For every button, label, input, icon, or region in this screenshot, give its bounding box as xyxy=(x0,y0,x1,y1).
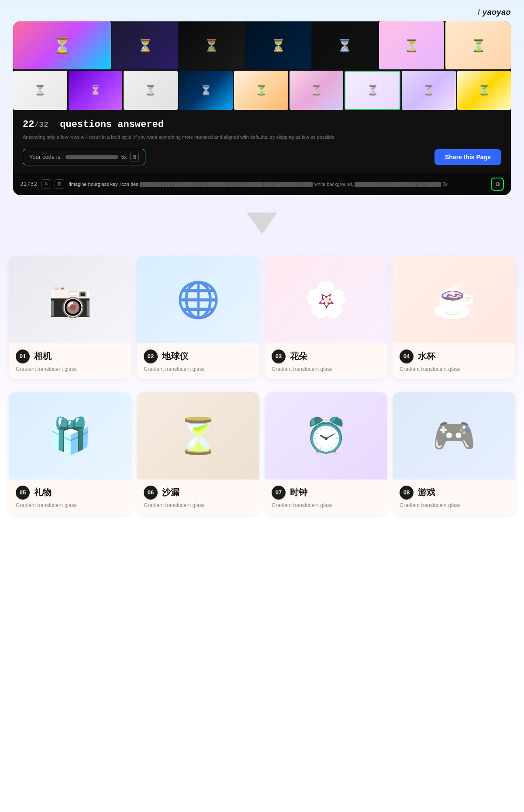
hourglass-img-4: ⏳ xyxy=(246,21,311,69)
cmd-icons: ↻ ⊞ xyxy=(41,179,64,189)
thumb-5[interactable]: ⏳ xyxy=(234,71,288,110)
progress-text: 22/32 questions answered xyxy=(23,119,501,130)
product-name-3: 花朵 xyxy=(290,350,307,362)
down-arrow-icon xyxy=(247,212,277,234)
app-panel: ⏳ ⏳ ⏳ ⏳ ⏳ ⏳ ⏳ ⏳ ⏳ ⏳ ⏳ xyxy=(13,21,511,195)
product-img-8 xyxy=(393,392,515,480)
product-img-1 xyxy=(9,256,131,343)
product-img-4 xyxy=(393,256,515,343)
command-bar: 22/32 ↻ ⊞ /imagine hourglass key ,icon d… xyxy=(13,173,511,195)
product-card-6: 06 沙漏 Gradient translucent glass xyxy=(137,392,259,515)
product-desc-8: Gradient translucent glass xyxy=(400,502,508,508)
product-info-2: 02 地球仪 Gradient translucent glass xyxy=(137,343,259,379)
code-box: Your code is: 5x ⧉ xyxy=(23,149,145,165)
code-share-row: Your code is: 5x ⧉ Share this Page xyxy=(23,149,501,165)
thumb-9[interactable]: ⏳ xyxy=(457,71,511,110)
product-grid-row1: 01 相机 Gradient translucent glass 02 地球仪 … xyxy=(0,256,524,379)
product-desc-2: Gradient translucent glass xyxy=(144,366,252,372)
product-info-7: 07 时钟 Gradient translucent glass xyxy=(265,480,387,515)
thumb-1[interactable]: ⏳ xyxy=(13,71,67,110)
product-name-5: 礼物 xyxy=(34,487,52,498)
thumb-7-selected[interactable]: ⏳ xyxy=(345,71,400,110)
product-info-1: 01 相机 Gradient translucent glass xyxy=(9,343,131,379)
image-grid-top: ⏳ ⏳ ⏳ ⏳ ⏳ ⏳ ⏳ xyxy=(13,21,511,69)
product-name-1: 相机 xyxy=(34,350,52,362)
hourglass-img-3: ⏳ xyxy=(179,21,245,69)
num-badge-3: 03 xyxy=(272,349,286,363)
product-card-3: 03 花朵 Gradient translucent glass xyxy=(265,256,387,379)
header: yaoyao xyxy=(0,0,524,21)
product-img-5 xyxy=(9,392,131,480)
share-page-button[interactable]: Share this Page xyxy=(434,149,501,165)
product-card-7: 07 时钟 Gradient translucent glass xyxy=(265,392,387,515)
product-card-5: 05 礼物 Gradient translucent glass xyxy=(9,392,131,515)
product-header-3: 03 花朵 xyxy=(272,349,380,363)
product-img-3 xyxy=(265,256,387,343)
refresh-icon[interactable]: ↻ xyxy=(41,179,51,189)
thumb-8[interactable]: ⏳ xyxy=(402,71,456,110)
gift-icon xyxy=(48,415,92,456)
product-name-8: 游戏 xyxy=(418,487,435,498)
product-header-6: 06 沙漏 xyxy=(144,486,252,500)
product-desc-4: Gradient translucent glass xyxy=(400,366,508,372)
product-header-5: 05 礼物 xyxy=(16,486,124,500)
product-card-8: 08 游戏 Gradient translucent glass xyxy=(393,392,515,515)
camera-icon xyxy=(48,279,92,320)
globe-icon xyxy=(176,279,220,320)
product-desc-5: Gradient translucent glass xyxy=(16,502,124,508)
thumb-2[interactable]: ⏳ xyxy=(69,71,123,110)
num-badge-1: 01 xyxy=(16,349,30,363)
gamepad-icon xyxy=(432,415,476,456)
product-name-4: 水杯 xyxy=(418,350,435,362)
product-card-1: 01 相机 Gradient translucent glass xyxy=(9,256,131,379)
product-header-8: 08 游戏 xyxy=(400,486,508,500)
product-grid-row2: 05 礼物 Gradient translucent glass 06 沙漏 G… xyxy=(0,392,524,515)
product-name-2: 地球仪 xyxy=(162,350,188,362)
code-label: Your code is: xyxy=(29,154,62,160)
product-img-2 xyxy=(137,256,259,343)
copy-cmd-icon[interactable]: ⧉ xyxy=(491,178,504,191)
product-img-6 xyxy=(137,392,259,480)
copy-code-icon[interactable]: ⧉ xyxy=(130,153,139,161)
num-badge-6: 06 xyxy=(144,486,158,500)
product-info-6: 06 沙漏 Gradient translucent glass xyxy=(137,480,259,515)
product-desc-7: Gradient translucent glass xyxy=(272,502,380,508)
product-card-2: 02 地球仪 Gradient translucent glass xyxy=(137,256,259,379)
product-desc-3: Gradient translucent glass xyxy=(272,366,380,372)
hourglass-img-2: ⏳ xyxy=(112,21,178,69)
product-img-7 xyxy=(265,392,387,480)
product-info-8: 08 游戏 Gradient translucent glass xyxy=(393,480,515,515)
product-desc-6: Gradient translucent glass xyxy=(144,502,252,508)
product-name-6: 沙漏 xyxy=(162,487,179,498)
grid-icon[interactable]: ⊞ xyxy=(55,179,64,189)
thumb-4[interactable]: ⏳ xyxy=(179,71,233,110)
product-info-4: 04 水杯 Gradient translucent glass xyxy=(393,343,515,379)
flower-icon xyxy=(304,279,348,320)
hourglass-img-6: ⏳ xyxy=(379,21,445,69)
num-badge-8: 08 xyxy=(400,486,414,500)
panel-subtitle: Answering only a few rows will result in… xyxy=(23,134,501,141)
panel-info: 22/32 questions answered Answering only … xyxy=(13,111,511,173)
hourglass-icon xyxy=(176,415,220,456)
product-header-2: 02 地球仪 xyxy=(144,349,252,363)
hourglass-img-7: ⏳ xyxy=(445,21,511,69)
product-header-4: 04 水杯 xyxy=(400,349,508,363)
num-badge-7: 07 xyxy=(272,486,286,500)
cmd-counter: 22/32 xyxy=(20,181,37,187)
num-badge-4: 04 xyxy=(400,349,414,363)
thumb-3[interactable]: ⏳ xyxy=(124,71,178,110)
hourglass-img-1: ⏳ xyxy=(13,21,111,69)
product-header-7: 07 时钟 xyxy=(272,486,380,500)
num-badge-5: 05 xyxy=(16,486,30,500)
arrow-section xyxy=(0,195,524,256)
product-info-5: 05 礼物 Gradient translucent glass xyxy=(9,480,131,515)
cmd-text: /imagine hourglass key ,icon des ███████… xyxy=(69,182,486,187)
brand-logo: yaoyao xyxy=(478,8,511,17)
product-name-7: 时钟 xyxy=(290,487,307,498)
num-badge-2: 02 xyxy=(144,349,158,363)
hourglass-img-5: ⏳ xyxy=(312,21,378,69)
clock-icon xyxy=(304,415,348,456)
code-masked-value xyxy=(66,155,118,159)
product-header-1: 01 相机 xyxy=(16,349,124,363)
thumb-6[interactable]: ⏳ xyxy=(290,71,344,110)
